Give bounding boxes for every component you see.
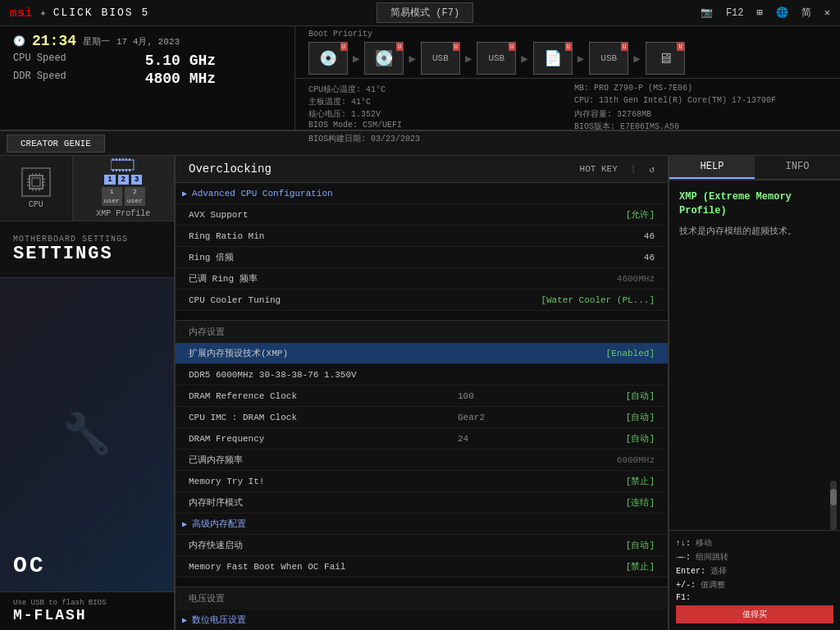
dram-ref-clock-value: [自动] <box>523 390 655 402</box>
sidebar-oc-panel[interactable]: 🔧 OC <box>0 278 174 591</box>
xmp-setting-label: 扩展内存预设技术(XMP) <box>189 347 458 359</box>
bios-mode-display: BIOS Mode: CSM/UEFI <box>308 121 561 132</box>
flash-title: M-FLASH <box>13 607 161 623</box>
main-area: CPU <box>0 156 840 630</box>
boot-device-4[interactable]: USBU <box>477 42 516 75</box>
ad-banner[interactable]: 值得买 <box>676 605 833 623</box>
ddr-speed-label: DDR Speed <box>13 71 132 87</box>
svg-rect-25 <box>126 169 127 171</box>
mem-timing-mode-row[interactable]: 内存时序模式 [连结] <box>176 492 668 514</box>
help-content: XMP (Extreme MemoryProfile) 技术是内存模组的超频技术… <box>669 180 840 340</box>
advanced-mem-header[interactable]: ▶ 高级内存配置 <box>176 514 668 535</box>
divider-1 <box>176 311 668 321</box>
cpu-cooler-row[interactable]: CPU Cooler Tuning [Water Cooler (PL...] <box>176 290 668 311</box>
ring-freq-value: 46 <box>523 253 655 262</box>
boot-device-7[interactable]: 🖥U <box>646 42 685 75</box>
flash-label: Use USB to flash BIOS <box>13 599 161 607</box>
svg-rect-20 <box>129 158 130 161</box>
time-display: 21:34 <box>32 33 76 49</box>
key-move: ↑↓: 移动 <box>676 537 833 549</box>
svg-rect-26 <box>129 169 130 171</box>
boot-device-1[interactable]: 💿U <box>308 42 348 75</box>
top-bar-right: 📷 F12 ⊞ 🌐 简 ✕ <box>701 6 830 20</box>
dram-frequency-row[interactable]: DRAM Frequency 24 [自动] <box>176 428 668 450</box>
xmp-slot-3[interactable]: 3 <box>131 175 142 185</box>
mem-fast-boot-row[interactable]: 内存快速启动 [自动] <box>176 535 668 556</box>
xmp-user-slot-2[interactable]: 2user <box>125 187 145 206</box>
cpu-imc-dram-row[interactable]: CPU IMC : DRAM Clock Gear2 [自动] <box>176 407 668 428</box>
upper-area: 🕐 21:34 星期一 17 4月, 2023 CPU Speed 5.10 G… <box>0 26 840 131</box>
ring-adjusted-label: 已调 Ring 频率 <box>189 272 458 285</box>
mem-fast-boot-oc-row[interactable]: Memory Fast Boot When OC Fail [禁止] <box>176 556 668 578</box>
ddr5-profile-row: DDR5 6000MHz 30-38-38-76 1.350V <box>176 364 668 386</box>
xmp-slot-1[interactable]: 1 <box>104 175 115 185</box>
speed-grid: CPU Speed 5.10 GHz DDR Speed 4800 MHz <box>13 52 281 87</box>
bios-version-display: BIOS版本: E7E06IMS.A50 <box>574 121 827 132</box>
close-button[interactable]: ✕ <box>824 7 830 19</box>
dram-frequency-label: DRAM Frequency <box>189 434 458 444</box>
ring-freq-row[interactable]: Ring 倍频 46 <box>176 247 668 268</box>
boot-device-6[interactable]: USBU <box>589 42 628 75</box>
boot-device-3[interactable]: USBU <box>421 42 460 75</box>
xmp-user-slot-1[interactable]: 1user <box>102 187 122 206</box>
screenshot-icon[interactable]: ⊞ <box>757 7 763 19</box>
avx-support-label: AVX Support <box>189 210 458 220</box>
core-voltage-display: 核心电压: 1.352V <box>308 108 561 120</box>
dram-frequency-value: [自动] <box>523 432 655 445</box>
left-sidebar: CPU <box>0 156 176 630</box>
creator-genie-tab[interactable]: CREATOR GENIE <box>7 135 105 153</box>
ring-ratio-min-row[interactable]: Ring Ratio Min 46 <box>176 226 668 247</box>
xmp-row[interactable]: 扩展内存预设技术(XMP) [Enabled] <box>176 343 668 364</box>
cpu-imc-dram-label: CPU IMC : DRAM Clock <box>189 413 458 422</box>
avx-support-row[interactable]: AVX Support [允许] <box>176 204 668 226</box>
boot-device-2[interactable]: 💽U <box>364 42 404 75</box>
help-tab[interactable]: HELP <box>669 156 755 179</box>
ring-adjusted-row: 已调 Ring 频率 4600MHz <box>176 268 668 290</box>
dram-ref-clock-mid: 100 <box>458 391 523 401</box>
xmp-slot-2[interactable]: 2 <box>118 175 129 185</box>
mem-timing-mode-label: 内存时序模式 <box>189 496 458 509</box>
cpu-cooler-label: CPU Cooler Tuning <box>189 295 458 305</box>
digital-voltage-expand-icon: ▶ <box>182 615 187 625</box>
language-icon[interactable]: 🌐 <box>776 7 788 19</box>
mem-fast-boot-label: 内存快速启动 <box>189 539 458 551</box>
sidebar-xmp-item[interactable]: 1 2 3 1user 2user XMP Profile <box>73 156 174 221</box>
cpu-imc-dram-value: [自动] <box>523 411 655 423</box>
advanced-cpu-header[interactable]: ▶ Advanced CPU Configuration <box>176 183 668 204</box>
svg-rect-23 <box>119 169 121 171</box>
ring-ratio-min-value: 46 <box>523 231 655 241</box>
svg-rect-16 <box>116 158 117 161</box>
mode-selector[interactable]: 简易模式 (F7) <box>377 2 473 23</box>
mem-fast-boot-value: [自动] <box>523 539 655 551</box>
ddr5-profile-label: DDR5 6000MHz 30-38-38-76 1.350V <box>189 370 458 380</box>
arrow-icon-1: ▶ <box>353 52 359 66</box>
refresh-icon[interactable]: ↺ <box>649 164 655 175</box>
arrow-icon-5: ▶ <box>578 52 584 66</box>
cpu-label: CPU <box>29 200 43 209</box>
info-tab[interactable]: INFO <box>755 156 840 179</box>
digital-voltage-header[interactable]: ▶ 数位电压设置 <box>176 609 668 630</box>
status-left: 🕐 21:34 星期一 17 4月, 2023 CPU Speed 5.10 G… <box>0 26 295 131</box>
cpu-icon <box>21 167 51 197</box>
f12-label: F12 <box>726 7 744 19</box>
key-select: Enter: 选择 <box>676 565 833 577</box>
right-panel-footer: ↑↓: 移动 →←: 组间跳转 Enter: 选择 +/-: 值调整 F1: 值… <box>669 530 840 630</box>
dram-ref-clock-row[interactable]: DRAM Reference Clock 100 [自动] <box>176 386 668 407</box>
cpu-imc-dram-mid: Gear2 <box>458 413 523 422</box>
overclocking-title: Overclocking <box>189 162 272 176</box>
boot-device-5[interactable]: 📄U <box>533 42 573 75</box>
divider-icon: ✦ <box>39 6 46 20</box>
top-bar: msi ✦ CLICK BIOS 5 简易模式 (F7) 📷 F12 ⊞ 🌐 简… <box>0 0 840 26</box>
right-panel: HELP INFO XMP (Extreme MemoryProfile) 技术… <box>668 156 840 630</box>
memory-try-it-row[interactable]: Memory Try It! [禁止] <box>176 471 668 492</box>
help-text: 技术是内存模组的超频技术。 <box>679 225 830 240</box>
bios-title: CLICK BIOS 5 <box>53 7 150 19</box>
clock-icon: 🕐 <box>13 35 25 48</box>
svg-rect-0 <box>30 176 43 189</box>
sidebar-flash[interactable]: Use USB to flash BIOS M-FLASH <box>0 591 174 630</box>
svg-rect-22 <box>116 169 117 171</box>
day-display: 星期一 <box>83 35 110 48</box>
memory-display: 内存容量: 32768MB <box>574 108 827 120</box>
lang-label: 简 <box>801 6 811 20</box>
sidebar-cpu-item[interactable]: CPU <box>0 156 73 221</box>
